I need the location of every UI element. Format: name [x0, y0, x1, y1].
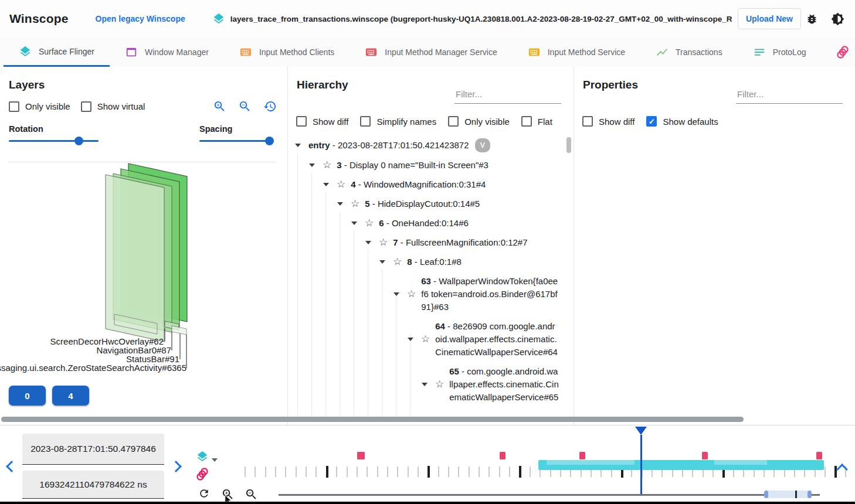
checkbox-flat[interactable]: Flat — [521, 116, 552, 127]
tree-node-65[interactable]: ☆65 - com.google.android.wallpaper.effec… — [295, 365, 559, 404]
hierarchy-filter-input[interactable] — [454, 87, 561, 104]
checkbox-label: Only visible — [25, 101, 70, 111]
pin-star-icon[interactable]: ☆ — [323, 160, 331, 171]
transition-event-marker[interactable] — [816, 452, 822, 459]
display-id-button[interactable]: 0 — [9, 386, 46, 406]
tab-input-method-service[interactable]: Input Method Service — [513, 38, 640, 67]
spacing-slider-thumb[interactable] — [265, 137, 274, 145]
checkbox-unchecked-icon[interactable] — [582, 116, 593, 127]
checkbox-show-diff[interactable]: Show diff — [582, 116, 635, 127]
transition-event-marker[interactable] — [357, 452, 365, 459]
reset-view-icon[interactable] — [263, 100, 277, 113]
timeline-cursor-head[interactable] — [635, 427, 647, 435]
layers-3d-view[interactable]: ScreenDecorHwcOverlay#62NavigationBar0#8… — [0, 162, 287, 385]
tree-node-7[interactable]: ☆7 - FullscreenMagnification:0:12#7 — [295, 236, 559, 249]
timeline-tick — [265, 466, 266, 477]
zoom-range-handle[interactable] — [764, 491, 768, 498]
collapse-caret-icon[interactable] — [379, 260, 385, 264]
timeline-cursor-line[interactable] — [640, 435, 642, 496]
checkbox-unchecked-icon[interactable] — [9, 101, 19, 112]
checkbox-only-visible[interactable]: Only visible — [9, 101, 70, 112]
checkbox-show-diff[interactable]: Show diff — [296, 116, 348, 127]
horizontal-scrollbar[interactable] — [1, 417, 744, 422]
hierarchy-checkboxes: Show diffSimplify namesOnly visibleFlat — [296, 116, 552, 127]
zoom-range-handle[interactable] — [808, 491, 812, 498]
pin-star-icon[interactable]: ☆ — [407, 289, 416, 299]
tree-node-63[interactable]: ☆63 - WallpaperWindowToken{fa0eef6 token… — [295, 275, 559, 314]
tab-window-manager[interactable]: Window Manager — [110, 38, 224, 67]
zoom-out-icon[interactable] — [238, 100, 252, 113]
tab-surface-flinger[interactable]: Surface Flinger — [4, 38, 110, 67]
display-id-button[interactable]: 4 — [52, 386, 89, 406]
pin-star-icon[interactable]: ☆ — [421, 334, 430, 345]
dark-mode-toggle-icon[interactable] — [831, 12, 844, 26]
zoom-range-selection[interactable] — [764, 491, 812, 498]
timeline-tick — [245, 466, 246, 477]
transition-event-marker[interactable] — [500, 452, 505, 459]
pin-star-icon[interactable]: ☆ — [365, 218, 374, 229]
checkbox-unchecked-icon[interactable] — [448, 116, 459, 127]
chart-icon — [656, 46, 669, 59]
rotation-slider[interactable] — [9, 140, 99, 142]
checkbox-show-virtual[interactable]: Show virtual — [81, 101, 145, 112]
zoom-in-icon[interactable] — [213, 100, 226, 113]
collapse-caret-icon[interactable] — [351, 222, 357, 225]
list-icon — [753, 46, 766, 59]
rotation-slider-thumb[interactable] — [74, 137, 83, 145]
open-legacy-winscope-link[interactable]: Open legacy Winscope — [96, 14, 185, 23]
checkbox-unchecked-icon[interactable] — [521, 116, 532, 127]
pin-star-icon[interactable]: ☆ — [393, 257, 402, 267]
pin-star-icon[interactable]: ☆ — [435, 379, 444, 390]
tree-node-entry[interactable]: entry - 2023-08-28T17:01:50.421423872V — [295, 138, 559, 152]
tab-label: Transactions — [676, 47, 722, 57]
timeline-tick — [479, 466, 480, 477]
timeline-tick — [285, 466, 286, 477]
pin-star-icon[interactable]: ☆ — [351, 199, 359, 209]
upload-new-button[interactable]: Upload New — [738, 8, 801, 29]
tab-input-method-manager-service[interactable]: Input Method Manager Service — [350, 38, 512, 67]
collapse-caret-icon[interactable] — [408, 338, 413, 341]
tree-node-4[interactable]: ☆4 - WindowedMagnification:0:31#4 — [295, 178, 559, 191]
tab-label: Window Manager — [145, 47, 209, 57]
collapse-caret-icon[interactable] — [295, 144, 301, 147]
report-bug-icon[interactable] — [806, 13, 818, 25]
pin-star-icon[interactable]: ☆ — [379, 237, 388, 248]
tree-node-6[interactable]: ☆6 - OneHanded:0:14#6 — [295, 217, 559, 230]
rotation-label: Rotation — [9, 124, 99, 134]
tree-node-label: 8 - Leaf:0:1#8 — [407, 256, 462, 268]
tree-node-3[interactable]: ☆3 - Display 0 name="Built-in Screen"#3 — [295, 159, 559, 172]
hierarchy-scrollbar[interactable] — [566, 137, 571, 153]
pin-star-icon[interactable]: ☆ — [337, 179, 345, 190]
tab-transitions[interactable]: Transitions — [821, 38, 855, 67]
checkbox-label: Show diff — [599, 117, 635, 127]
collapse-caret-icon[interactable] — [422, 383, 428, 386]
collapse-caret-icon[interactable] — [365, 241, 371, 244]
checkbox-checked-icon[interactable]: ✓ — [646, 116, 657, 127]
tree-node-64[interactable]: ☆64 - 8e26909 com.google.android.wallpap… — [295, 320, 559, 359]
tree-node-8[interactable]: ☆8 - Leaf:0:1#8 — [295, 256, 559, 268]
transition-event-marker[interactable] — [702, 452, 708, 459]
timeline-canvas[interactable] — [0, 425, 855, 502]
checkbox-only-visible[interactable]: Only visible — [448, 116, 510, 127]
spacing-slider[interactable] — [199, 140, 274, 142]
tab-input-method-clients[interactable]: Input Method Clients — [224, 38, 350, 67]
tree-node-label: 65 - com.google.android.wallpaper.effect… — [449, 365, 559, 404]
collapse-caret-icon[interactable] — [323, 183, 329, 186]
tab-protolog[interactable]: ProtoLog — [738, 38, 822, 67]
collapse-caret-icon[interactable] — [309, 164, 315, 167]
tree-node-5[interactable]: ☆5 - HideDisplayCutout:0:14#5 — [295, 197, 559, 210]
checkbox-unchecked-icon[interactable] — [81, 101, 91, 112]
checkbox-unchecked-icon[interactable] — [296, 116, 307, 127]
loaded-file-info: layers_trace_from_transactions.winscope … — [208, 12, 732, 25]
properties-filter-input[interactable] — [736, 87, 843, 104]
layers-checkboxes: Only visibleShow virtual — [9, 101, 145, 112]
checkbox-unchecked-icon[interactable] — [360, 116, 371, 127]
collapse-caret-icon[interactable] — [393, 292, 399, 296]
surface-flinger-trace-range[interactable] — [538, 460, 824, 470]
timeline-tick — [306, 466, 307, 477]
transition-event-marker[interactable] — [579, 452, 585, 459]
checkbox-simplify-names[interactable]: Simplify names — [360, 116, 436, 127]
tab-transactions[interactable]: Transactions — [640, 38, 738, 67]
checkbox-show-defaults[interactable]: ✓Show defaults — [646, 116, 718, 127]
collapse-caret-icon[interactable] — [337, 202, 343, 206]
